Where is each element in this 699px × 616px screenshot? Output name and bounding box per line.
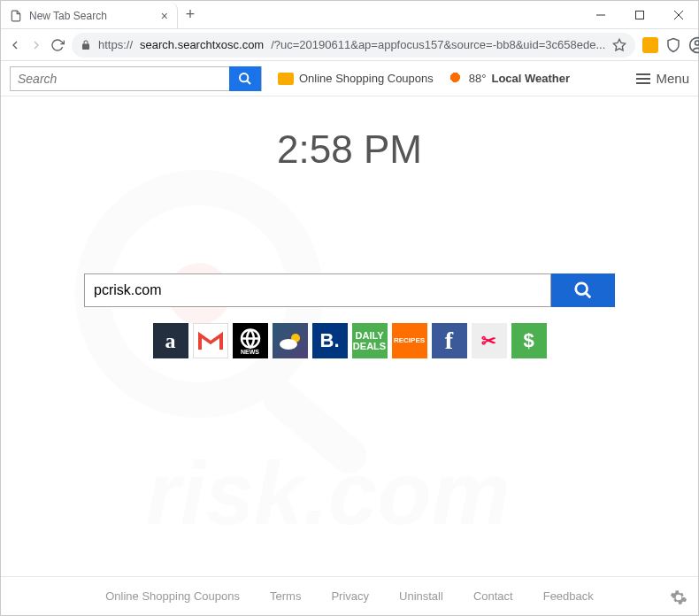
weather-label: Local Weather (491, 72, 570, 85)
footer-link-uninstall[interactable]: Uninstall (399, 589, 443, 603)
svg-point-6 (695, 41, 699, 45)
page-menu-button[interactable]: Menu (636, 71, 689, 86)
weather-temp: 88° (469, 72, 487, 85)
back-button[interactable] (8, 35, 22, 56)
footer-link-contact[interactable]: Contact (473, 589, 513, 603)
svg-point-14 (240, 73, 248, 81)
browser-titlebar: New Tab Search × + (1, 1, 698, 29)
url-host: search.searchtxosc.com (140, 38, 264, 51)
reload-button[interactable] (50, 35, 65, 56)
lock-icon (81, 40, 91, 50)
mini-search-input[interactable] (11, 72, 229, 86)
shield-icon[interactable] (665, 35, 681, 56)
tile-news[interactable]: NEWS (233, 323, 268, 358)
scissors-icon: ✂ (481, 331, 496, 350)
url-scheme: https:// (98, 38, 133, 51)
menu-label: Menu (656, 71, 689, 86)
clock: 2:58 PM (1, 127, 698, 172)
tile-coupons[interactable]: ✂ (472, 323, 507, 358)
profile-icon[interactable] (688, 35, 699, 56)
search-icon (573, 281, 593, 300)
mini-search (10, 66, 262, 91)
bookmark-star-icon[interactable] (612, 38, 626, 52)
svg-text:risk.com: risk.com (146, 443, 510, 543)
tile-weather[interactable] (273, 323, 308, 358)
maximize-button[interactable] (620, 1, 659, 28)
extension-icon[interactable] (642, 35, 658, 56)
minimize-button[interactable] (581, 1, 620, 28)
new-tab-button[interactable]: + (178, 1, 203, 28)
tile-facebook[interactable]: f (432, 323, 467, 358)
footer-link-privacy[interactable]: Privacy (331, 589, 369, 603)
footer-link-feedback[interactable]: Feedback (543, 589, 594, 603)
forward-button[interactable] (29, 35, 43, 56)
footer-link-terms[interactable]: Terms (270, 589, 301, 603)
sun-icon (449, 72, 464, 86)
close-window-button[interactable] (659, 1, 698, 28)
svg-rect-11 (256, 373, 373, 481)
tile-gmail[interactable] (193, 323, 228, 358)
page-content: risk.com Online Shopping Coupons 88° Loc… (1, 61, 698, 615)
coupons-label: Online Shopping Coupons (299, 72, 434, 85)
search-icon (238, 72, 252, 86)
cloud-icon (278, 332, 303, 350)
footer-link-coupons[interactable]: Online Shopping Coupons (105, 589, 240, 603)
weather-link[interactable]: 88° Local Weather (449, 72, 570, 86)
coupons-link[interactable]: Online Shopping Coupons (278, 72, 434, 85)
settings-gear-icon[interactable] (670, 589, 687, 606)
svg-point-16 (576, 283, 588, 295)
tab-title: New Tab Search (29, 10, 154, 22)
main-search-button[interactable] (551, 273, 615, 307)
address-bar: https://search.searchtxosc.com/?uc=20190… (1, 29, 698, 61)
tile-recipes[interactable]: RECIPES (392, 323, 427, 358)
url-input[interactable]: https://search.searchtxosc.com/?uc=20190… (72, 33, 635, 58)
tile-money[interactable]: $ (511, 323, 547, 358)
tile-amazon[interactable]: a (153, 323, 188, 358)
tile-booking[interactable]: B. (312, 323, 348, 358)
page-footer: Online Shopping Coupons Terms Privacy Un… (1, 576, 698, 615)
tile-deals[interactable]: DAILY DEALS (352, 323, 388, 358)
main-search-input[interactable] (84, 273, 551, 307)
folder-icon (278, 73, 294, 85)
quick-tiles: a NEWS B. DAILY DEALS RECIPES f ✂ $ (1, 323, 698, 358)
url-path: /?uc=20190611&ap=appfocus157&source=-bb8… (271, 38, 605, 51)
hamburger-icon (636, 73, 650, 84)
file-icon (10, 10, 22, 22)
gmail-icon (198, 332, 223, 350)
page-topbar: Online Shopping Coupons 88° Local Weathe… (1, 61, 698, 96)
tab-close-icon[interactable]: × (161, 9, 168, 23)
svg-line-15 (247, 81, 250, 84)
browser-tab[interactable]: New Tab Search × (1, 3, 178, 28)
svg-rect-1 (636, 11, 644, 19)
svg-line-17 (586, 293, 591, 298)
window-controls (581, 1, 698, 28)
main-search (84, 273, 615, 307)
mini-search-button[interactable] (229, 66, 261, 91)
svg-point-21 (280, 339, 297, 350)
svg-marker-4 (614, 39, 626, 50)
